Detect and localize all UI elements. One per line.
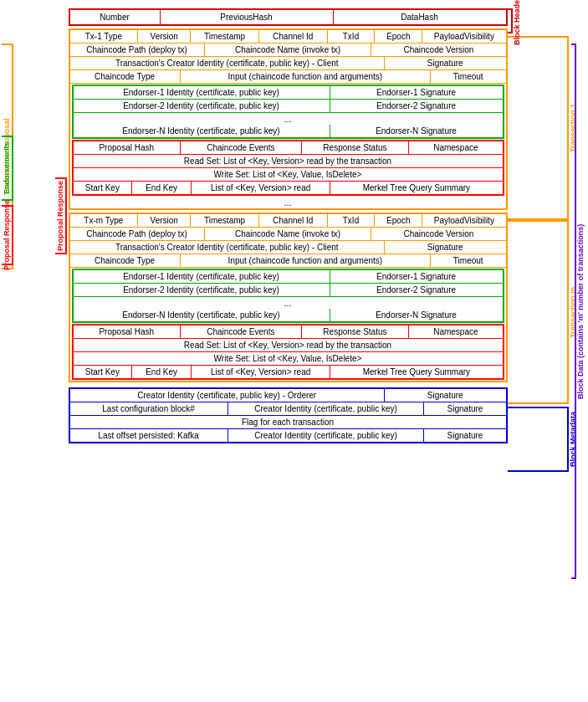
propm-events: Chaincode Events [181,325,302,338]
propm-status: Response Status [302,325,410,338]
prop1-events: Chaincode Events [181,141,302,154]
txm-input: Input (chaincode function and arguments) [181,254,431,267]
tx1-creator-identity: Transaction's Creator Identity (certific… [70,57,385,69]
tx1-type-input-row: Chaincode Type Input (chaincode function… [70,70,506,84]
tx1-timestamp: Timestamp [191,30,259,43]
endm-identity-N: Endorser-N Identity (certificate, public… [74,309,330,321]
endm-identity-1: Endorser-1 Identity (certificate, public… [74,270,330,283]
txm-timestamp: Timestamp [191,214,259,227]
tx1-proposal-response-box: Proposal Hash Chaincode Events Response … [72,140,504,196]
tx1-epoch: Epoch [375,30,422,43]
propm-key-version: List of <Key, Version> read [192,366,330,378]
endm-rowN: Endorser-N Identity (certificate, public… [74,309,503,321]
tx1-chaincode-type: Chaincode Type [70,70,181,83]
tx1-payload: PayloadVisibility [422,30,505,43]
prop1-row2: Read Set: List of <Key, Version> read by… [74,155,503,168]
tx1-txid: TxId [328,30,376,43]
txm-chaincode-path: Chaincode Path (deploy tx) [70,228,205,240]
prop1-write-set: Write Set: List of <Key, Value, IsDelete… [74,168,503,181]
meta-creator-3: Creator Identity (certificate, public ke… [228,429,425,442]
txm-chaincode-type: Chaincode Type [70,254,181,267]
meta-last-offset: Last offset persisted: Kafka [70,429,228,442]
prop1-read-set: Read Set: List of <Key, Version> read by… [74,155,503,167]
prop1-hash: Proposal Hash [74,141,182,154]
tx1-timeout: Timeout [431,70,506,83]
txm-right-bracket: Transaction m [508,220,579,404]
tx1-signature: Signature [385,57,506,69]
txm-type-row: Tx-m Type Version Timestamp Channel Id T… [70,214,506,228]
propm-read-set: Read Set: List of <Key, Version> read by… [74,339,503,351]
tx1-creator-row: Transaction's Creator Identity (certific… [70,57,506,70]
meta-sig-3: Signature [424,429,505,442]
end1-sig-N: Endorser-N Signature [330,125,503,137]
tx1-type: Tx-1 Type [70,30,139,43]
txm-txid: TxId [328,214,376,227]
tx1-chaincode-version: Chaincode Version [371,44,505,56]
propm-hash: Proposal Hash [74,325,182,338]
metadata-right-bracket: Block Metadata [508,407,579,472]
tx1-input: Input (chaincode function and arguments) [181,70,431,83]
meta-sig-1: Signature [385,389,506,402]
txm-epoch: Epoch [375,214,422,227]
tx1-chaincode-row: Chaincode Path (deploy tx) Chaincode Nam… [70,44,506,57]
propm-row1: Proposal Hash Chaincode Events Response … [74,325,503,339]
bh-prevhash: PreviousHash [161,10,334,24]
prop1-row3: Write Set: List of <Key, Value, IsDelete… [74,168,503,182]
tx1-endorsements-box: Endorser-1 Identity (certificate, public… [72,85,504,139]
right-annotations: Block Header Transaction 1 Transaction m… [508,8,579,472]
meta-creator-2: Creator Identity (certificate, public ke… [228,402,425,415]
proposal-response-label: Proposal Response [55,177,67,254]
meta-sig-2: Signature [424,402,505,415]
tx1-type-row: Tx-1 Type Version Timestamp Channel Id T… [70,30,506,44]
tx1-version: Version [138,30,191,43]
meta-row4: Last offset persisted: Kafka Creator Ide… [70,429,506,442]
endm-sig-N: Endorser-N Signature [330,309,503,321]
end1-identity-N: Endorser-N Identity (certificate, public… [74,125,330,137]
propm-start-key: Start Key [74,366,133,378]
prop1-row4: Start Key End Key List of <Key, Version>… [74,182,503,194]
meta-flag: Flag for each transaction [70,416,506,428]
propm-write-set: Write Set: List of <Key, Value, IsDelete… [74,352,503,365]
bh-number: Number [70,10,161,24]
prop1-merkel: Merkel Tree Query Summary [330,182,502,194]
propm-row3: Write Set: List of <Key, Value, IsDelete… [74,352,503,366]
txm-proposal-response-box: Proposal Hash Chaincode Events Response … [72,324,504,380]
meta-last-config: Last configuration block# [70,402,228,415]
end1-row1: Endorser-1 Identity (certificate, public… [74,86,503,100]
meta-creator-orderer: Creator Identity (certificate, public ke… [70,389,385,402]
endm-row1: Endorser-1 Identity (certificate, public… [74,270,503,284]
end1-dots: ... [74,113,503,125]
endm-identity-2: Endorser-2 Identity (certificate, public… [74,284,330,296]
end1-sig-1: Endorser-1 Signature [330,86,503,99]
tx1-chaincode-name: Chaincode Name (invoke tx) [205,44,372,56]
txm-chaincode-row: Chaincode Path (deploy tx) Chaincode Nam… [70,228,506,241]
end1-sig-2: Endorser-2 Signature [330,100,503,112]
endm-row2: Endorser-2 Identity (certificate, public… [74,284,503,297]
transaction-1-box: Tx-1 Type Version Timestamp Channel Id T… [69,28,508,210]
end1-row2: Endorser-2 Identity (certificate, public… [74,100,503,113]
block-header-row: Number PreviousHash DataHash [70,10,506,24]
txm-chaincode-name: Chaincode Name (invoke tx) [205,228,372,240]
txm-endorsements-box: Endorser-1 Identity (certificate, public… [72,269,504,323]
prop1-status: Response Status [302,141,410,154]
metadata-label: Block Metadata [569,407,579,472]
block-header-bracket: Block Header [508,8,579,33]
meta-row1: Creator Identity (certificate, public ke… [70,389,506,402]
tx1-dots: ... [70,197,506,208]
endm-dots: ... [74,297,503,309]
prop1-namespace: Namespace [409,141,502,154]
txm-version: Version [138,214,191,227]
txm-label: Transaction m [569,220,579,404]
propm-row2: Read Set: List of <Key, Version> read by… [74,339,503,352]
txm-type-input-row: Chaincode Type Input (chaincode function… [70,254,506,268]
prop1-end-key: End Key [132,182,192,194]
txm-signature: Signature [385,241,506,254]
block-metadata-box: Creator Identity (certificate, public ke… [69,387,508,443]
txm-chaincode-version: Chaincode Version [371,228,505,240]
tx1-right-bracket: Transaction 1 [508,36,579,220]
txm-creator-row: Transaction's Creator Identity (certific… [70,241,506,254]
txm-type: Tx-m Type [70,214,139,227]
tx1-channelid: Channel Id [259,30,328,43]
meta-row3: Flag for each transaction [70,416,506,429]
txm-creator-identity: Transaction's Creator Identity (certific… [70,241,385,254]
